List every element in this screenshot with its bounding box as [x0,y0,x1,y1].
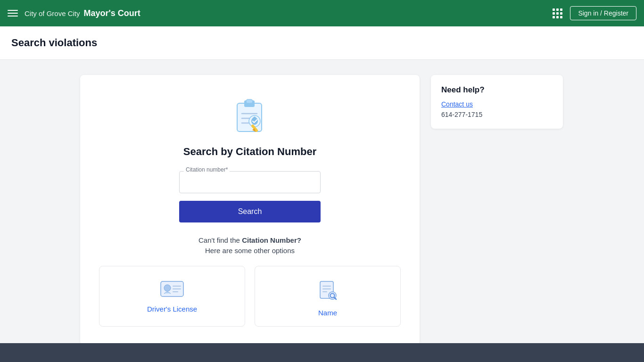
apps-icon[interactable] [553,8,562,18]
id-card-icon [160,280,184,298]
citation-number-input[interactable] [179,171,321,193]
svg-rect-2 [246,99,253,103]
contact-us-link[interactable]: Contact us [441,100,553,108]
page-title: Search violations [11,37,633,49]
citation-form: Citation number* Search [179,171,321,222]
search-button[interactable]: Search [179,201,321,222]
drivers-license-label: Driver's License [147,305,197,313]
drivers-license-card[interactable]: Driver's License [99,266,245,327]
court-name: Mayor's Court [84,8,140,18]
sign-in-button[interactable]: Sign in / Register [570,6,636,20]
help-heading: Need help? [441,85,553,95]
city-name: City of Grove City [25,9,80,17]
help-card: Need help? Contact us 614-277-1715 [431,75,563,129]
header-right: Sign in / Register [553,6,636,20]
main-content: Search by Citation Number Citation numbe… [0,60,644,361]
search-doc-icon [316,280,339,302]
help-sidebar: Need help? Contact us 614-277-1715 [431,75,563,129]
menu-button[interactable] [8,10,18,16]
alt-cards-container: Driver's License Name [99,266,401,327]
svg-point-10 [164,285,171,291]
help-phone: 614-277-1715 [441,111,553,118]
search-heading: Search by Citation Number [183,146,316,158]
footer [0,343,644,362]
clipboard-illustration [229,94,271,136]
cant-find-text: Can't find the Citation Number? [198,234,301,247]
name-search-card[interactable]: Name [255,266,401,327]
search-card: Search by Citation Number Citation numbe… [80,75,420,346]
other-options-text: Here are some other options [205,247,295,255]
main-header: City of Grove City Mayor's Court Sign in… [0,0,644,26]
sub-header: Search violations [0,26,644,60]
citation-label: Citation number* [184,166,230,173]
citation-input-group: Citation number* [179,171,321,193]
name-label: Name [318,309,337,317]
